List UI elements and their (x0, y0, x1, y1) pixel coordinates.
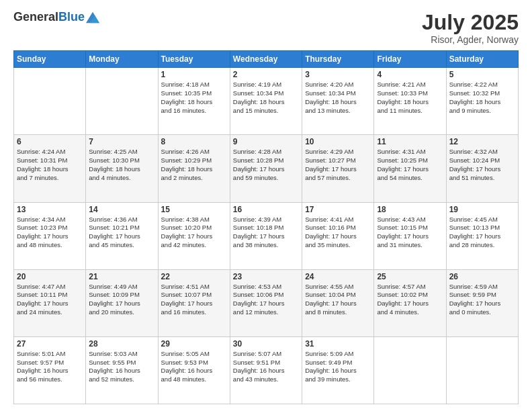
day-number: 28 (89, 339, 154, 349)
day-detail: Sunrise: 4:59 AMSunset: 9:59 PMDaylight:… (449, 283, 515, 317)
table-row: 17Sunrise: 4:41 AMSunset: 10:16 PMDaylig… (302, 202, 374, 269)
logo-icon (86, 11, 99, 24)
table-row: 22Sunrise: 4:51 AMSunset: 10:07 PMDaylig… (158, 269, 230, 336)
title-block: July 2025 Risor, Agder, Norway (422, 11, 519, 45)
table-row: 18Sunrise: 4:43 AMSunset: 10:15 PMDaylig… (374, 202, 446, 269)
day-detail: Sunrise: 4:28 AMSunset: 10:28 PMDaylight… (233, 148, 299, 182)
table-row: 4Sunrise: 4:21 AMSunset: 10:33 PMDayligh… (374, 68, 446, 135)
day-number: 15 (161, 205, 227, 214)
day-number: 13 (17, 205, 83, 214)
day-number: 24 (305, 272, 371, 281)
day-detail: Sunrise: 4:34 AMSunset: 10:23 PMDaylight… (17, 216, 83, 250)
calendar-table: Sunday Monday Tuesday Wednesday Thursday… (13, 50, 519, 404)
day-number: 26 (449, 272, 515, 281)
table-row: 11Sunrise: 4:31 AMSunset: 10:25 PMDaylig… (374, 135, 446, 202)
day-number: 25 (377, 272, 443, 281)
day-detail: Sunrise: 4:49 AMSunset: 10:09 PMDaylight… (89, 283, 154, 317)
table-row: 31Sunrise: 5:09 AMSunset: 9:49 PMDayligh… (302, 336, 374, 404)
table-row: 1Sunrise: 4:18 AMSunset: 10:35 PMDayligh… (158, 68, 230, 135)
day-detail: Sunrise: 4:39 AMSunset: 10:18 PMDaylight… (233, 216, 299, 250)
table-row: 30Sunrise: 5:07 AMSunset: 9:51 PMDayligh… (230, 336, 302, 404)
table-row (14, 68, 86, 135)
table-row: 9Sunrise: 4:28 AMSunset: 10:28 PMDayligh… (230, 135, 302, 202)
day-number: 20 (17, 272, 83, 281)
day-detail: Sunrise: 4:51 AMSunset: 10:07 PMDaylight… (161, 283, 227, 317)
table-row: 16Sunrise: 4:39 AMSunset: 10:18 PMDaylig… (230, 202, 302, 269)
day-number: 17 (305, 205, 371, 214)
day-detail: Sunrise: 4:22 AMSunset: 10:32 PMDaylight… (449, 81, 515, 115)
col-wednesday: Wednesday (230, 51, 302, 68)
day-number: 2 (233, 70, 299, 79)
day-detail: Sunrise: 4:29 AMSunset: 10:27 PMDaylight… (305, 148, 371, 182)
day-detail: Sunrise: 4:41 AMSunset: 10:16 PMDaylight… (305, 216, 371, 250)
day-detail: Sunrise: 4:38 AMSunset: 10:20 PMDaylight… (161, 216, 227, 250)
table-row: 15Sunrise: 4:38 AMSunset: 10:20 PMDaylig… (158, 202, 230, 269)
col-tuesday: Tuesday (158, 51, 230, 68)
day-detail: Sunrise: 4:55 AMSunset: 10:04 PMDaylight… (305, 283, 371, 317)
day-detail: Sunrise: 4:21 AMSunset: 10:33 PMDaylight… (377, 81, 443, 115)
day-number: 16 (233, 205, 299, 214)
day-detail: Sunrise: 4:43 AMSunset: 10:15 PMDaylight… (377, 216, 443, 250)
logo: GeneralBlue (13, 11, 99, 24)
day-detail: Sunrise: 5:03 AMSunset: 9:55 PMDaylight:… (89, 350, 154, 384)
calendar-row: 1Sunrise: 4:18 AMSunset: 10:35 PMDayligh… (14, 68, 519, 135)
calendar-row: 20Sunrise: 4:47 AMSunset: 10:11 PMDaylig… (14, 269, 519, 336)
day-detail: Sunrise: 4:20 AMSunset: 10:34 PMDaylight… (305, 81, 371, 115)
day-number: 4 (377, 70, 443, 79)
col-saturday: Saturday (446, 51, 518, 68)
day-detail: Sunrise: 4:57 AMSunset: 10:02 PMDaylight… (377, 283, 443, 317)
day-number: 22 (161, 272, 227, 281)
day-number: 7 (89, 137, 154, 146)
day-detail: Sunrise: 4:47 AMSunset: 10:11 PMDaylight… (17, 283, 83, 317)
day-number: 21 (89, 272, 154, 281)
logo-text: GeneralBlue (13, 11, 85, 24)
day-detail: Sunrise: 4:53 AMSunset: 10:06 PMDaylight… (233, 283, 299, 317)
day-detail: Sunrise: 5:05 AMSunset: 9:53 PMDaylight:… (161, 350, 227, 384)
day-detail: Sunrise: 5:07 AMSunset: 9:51 PMDaylight:… (233, 350, 299, 384)
day-detail: Sunrise: 5:09 AMSunset: 9:49 PMDaylight:… (305, 350, 371, 384)
day-number: 29 (161, 339, 227, 349)
main-title: July 2025 (422, 11, 519, 34)
day-number: 3 (305, 70, 371, 79)
day-number: 10 (305, 137, 371, 146)
day-number: 5 (449, 70, 515, 79)
table-row: 26Sunrise: 4:59 AMSunset: 9:59 PMDayligh… (446, 269, 518, 336)
col-monday: Monday (86, 51, 158, 68)
table-row (374, 336, 446, 404)
table-row: 8Sunrise: 4:26 AMSunset: 10:29 PMDayligh… (158, 135, 230, 202)
day-detail: Sunrise: 4:31 AMSunset: 10:25 PMDaylight… (377, 148, 443, 182)
day-detail: Sunrise: 4:24 AMSunset: 10:31 PMDaylight… (17, 148, 83, 182)
table-row: 27Sunrise: 5:01 AMSunset: 9:57 PMDayligh… (14, 336, 86, 404)
day-detail: Sunrise: 4:19 AMSunset: 10:34 PMDaylight… (233, 81, 299, 115)
table-row: 2Sunrise: 4:19 AMSunset: 10:34 PMDayligh… (230, 68, 302, 135)
table-row: 21Sunrise: 4:49 AMSunset: 10:09 PMDaylig… (86, 269, 158, 336)
table-row: 25Sunrise: 4:57 AMSunset: 10:02 PMDaylig… (374, 269, 446, 336)
table-row: 14Sunrise: 4:36 AMSunset: 10:21 PMDaylig… (86, 202, 158, 269)
header: GeneralBlue July 2025 Risor, Agder, Norw… (13, 11, 519, 45)
table-row: 6Sunrise: 4:24 AMSunset: 10:31 PMDayligh… (14, 135, 86, 202)
day-number: 19 (449, 205, 515, 214)
day-number: 31 (305, 339, 371, 349)
col-thursday: Thursday (302, 51, 374, 68)
table-row: 19Sunrise: 4:45 AMSunset: 10:13 PMDaylig… (446, 202, 518, 269)
day-number: 8 (161, 137, 227, 146)
table-row: 29Sunrise: 5:05 AMSunset: 9:53 PMDayligh… (158, 336, 230, 404)
day-detail: Sunrise: 4:25 AMSunset: 10:30 PMDaylight… (89, 148, 154, 182)
col-sunday: Sunday (14, 51, 86, 68)
day-detail: Sunrise: 4:18 AMSunset: 10:35 PMDaylight… (161, 81, 227, 115)
table-row: 10Sunrise: 4:29 AMSunset: 10:27 PMDaylig… (302, 135, 374, 202)
calendar-header-row: Sunday Monday Tuesday Wednesday Thursday… (14, 51, 519, 68)
day-number: 23 (233, 272, 299, 281)
table-row: 5Sunrise: 4:22 AMSunset: 10:32 PMDayligh… (446, 68, 518, 135)
day-number: 12 (449, 137, 515, 146)
day-number: 14 (89, 205, 154, 214)
table-row (446, 336, 518, 404)
calendar-row: 6Sunrise: 4:24 AMSunset: 10:31 PMDayligh… (14, 135, 519, 202)
day-detail: Sunrise: 5:01 AMSunset: 9:57 PMDaylight:… (17, 350, 83, 384)
day-detail: Sunrise: 4:32 AMSunset: 10:24 PMDaylight… (449, 148, 515, 182)
page: GeneralBlue July 2025 Risor, Agder, Norw… (0, 0, 532, 411)
table-row: 13Sunrise: 4:34 AMSunset: 10:23 PMDaylig… (14, 202, 86, 269)
table-row (86, 68, 158, 135)
subtitle: Risor, Agder, Norway (422, 34, 519, 45)
day-number: 9 (233, 137, 299, 146)
